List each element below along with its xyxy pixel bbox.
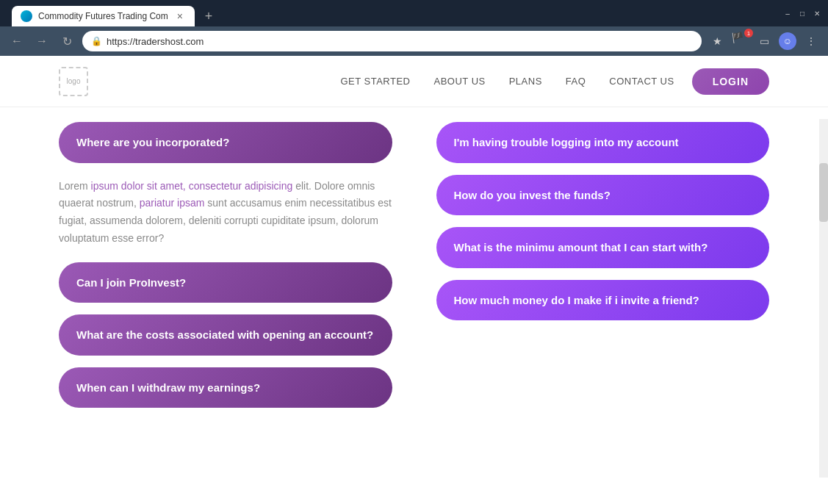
- nav-faq[interactable]: FAQ: [566, 76, 586, 87]
- faq-q4-button[interactable]: When can I withdraw my earnings?: [59, 367, 392, 408]
- browser-titlebar: Commodity Futures Trading Com × + – □ ✕: [0, 0, 828, 26]
- tab-favicon-icon: [21, 10, 32, 22]
- nav-links: GET STARTED ABOUT US PLANS FAQ CONTACT U…: [340, 76, 674, 87]
- avatar: ☺: [779, 32, 796, 50]
- page-content: logo GET STARTED ABOUT US PLANS FAQ CONT…: [0, 56, 828, 478]
- scrollbar-thumb[interactable]: [819, 163, 828, 222]
- scrollbar[interactable]: [819, 119, 828, 478]
- lock-icon: 🔒: [91, 36, 102, 46]
- faq-r1-button[interactable]: I'm having trouble logging into my accou…: [436, 122, 770, 163]
- badge-count: 1: [744, 29, 753, 37]
- faq-q1-button[interactable]: Where are you incorporated?: [59, 122, 392, 163]
- nav-contact-us[interactable]: CONTACT US: [609, 76, 674, 87]
- address-bar[interactable]: 🔒 https://tradershost.com: [82, 31, 702, 51]
- profile-icon[interactable]: ☺: [778, 32, 797, 51]
- nav-get-started[interactable]: GET STARTED: [340, 76, 410, 87]
- nav-plans[interactable]: PLANS: [509, 76, 542, 87]
- nav-about-us[interactable]: ABOUT US: [433, 76, 485, 87]
- refresh-button[interactable]: ↻: [57, 32, 76, 51]
- faq-answer-text: Lorem ipsum dolor sit amet, consectetur …: [59, 175, 392, 251]
- menu-icon[interactable]: ⋮: [802, 32, 821, 51]
- browser-toolbar: ← → ↻ 🔒 https://tradershost.com ★ 🏴 1 ▭ …: [0, 26, 828, 56]
- site-nav: logo GET STARTED ABOUT US PLANS FAQ CONT…: [0, 56, 828, 107]
- browser-tab-active[interactable]: Commodity Futures Trading Com ×: [12, 6, 195, 26]
- faq-right-column: I'm having trouble logging into my accou…: [436, 122, 770, 420]
- logo-image: logo: [59, 67, 88, 96]
- restore-button[interactable]: □: [797, 8, 807, 18]
- faq-answer-highlight2: pariatur ipsam: [140, 197, 205, 209]
- window-controls: – □ ✕: [782, 8, 822, 18]
- faq-r3-button[interactable]: What is the minimu amount that I can sta…: [436, 227, 770, 268]
- tab-close-button[interactable]: ×: [174, 10, 186, 22]
- faq-left-column: Where are you incorporated? Lorem ipsum …: [59, 122, 392, 420]
- new-tab-button[interactable]: +: [201, 6, 217, 26]
- forward-button[interactable]: →: [32, 32, 51, 51]
- login-button[interactable]: LOGIN: [692, 68, 769, 95]
- toolbar-actions: ★ 🏴 1 ▭ ☺ ⋮: [708, 32, 821, 51]
- minimize-button[interactable]: –: [782, 8, 793, 18]
- extensions-icon[interactable]: ▭: [755, 32, 774, 51]
- flag-icon[interactable]: 🏴 1: [731, 32, 750, 51]
- faq-q2-button[interactable]: Can I join ProInvest?: [59, 262, 392, 303]
- close-button[interactable]: ✕: [812, 8, 822, 18]
- faq-q3-button[interactable]: What are the costs associated with openi…: [59, 314, 392, 356]
- faq-answer-highlight1: ipsum dolor sit amet, consectetur adipis…: [91, 180, 293, 192]
- tab-title: Commodity Futures Trading Com: [38, 11, 168, 21]
- faq-r4-button[interactable]: How much money do I make if i invite a f…: [436, 280, 770, 321]
- site-logo: logo: [59, 67, 88, 96]
- bookmark-icon[interactable]: ★: [708, 32, 727, 51]
- faq-section: Where are you incorporated? Lorem ipsum …: [0, 107, 828, 434]
- page-wrapper: Commodity Futures Trading Com × + – □ ✕ …: [0, 0, 828, 478]
- back-button[interactable]: ←: [7, 32, 26, 51]
- browser-chrome: Commodity Futures Trading Com × + – □ ✕ …: [0, 0, 828, 56]
- faq-r2-button[interactable]: How do you invest the funds?: [436, 175, 770, 216]
- url-text: https://tradershost.com: [107, 36, 204, 47]
